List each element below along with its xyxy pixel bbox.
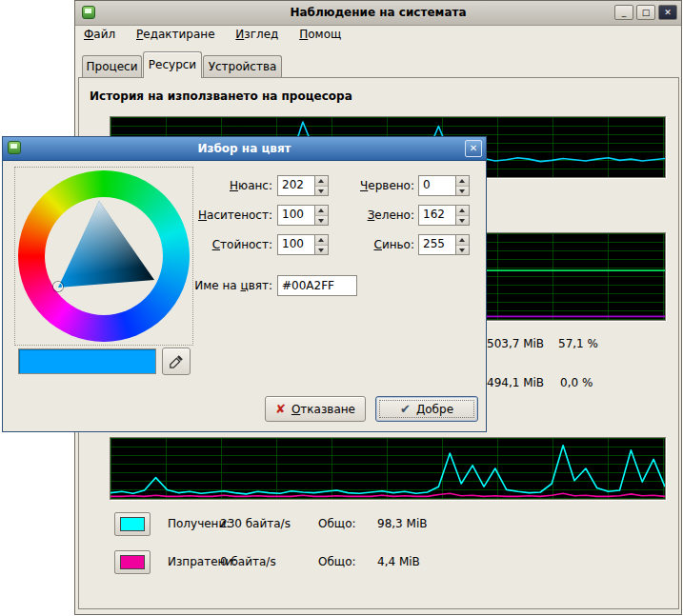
- window-titlebar[interactable]: Наблюдение на системата _ □ ✕: [75, 1, 681, 26]
- red-spinbox[interactable]: 0: [418, 175, 470, 196]
- increment-icon[interactable]: [315, 235, 328, 246]
- window-title: Наблюдение на системата: [75, 1, 681, 25]
- selection-marker: [53, 282, 63, 291]
- blue-value[interactable]: 255: [419, 235, 455, 254]
- sent-total: 4,4 MiB: [377, 555, 420, 568]
- color-wheel: [14, 167, 193, 346]
- decrement-icon[interactable]: [315, 246, 328, 255]
- increment-icon[interactable]: [315, 206, 328, 216]
- eyedropper-icon: [169, 354, 184, 369]
- menu-help[interactable]: Помощ: [291, 25, 350, 44]
- received-color-swatch: [120, 517, 145, 531]
- saturation-spinbox[interactable]: 100: [277, 205, 329, 226]
- sent-color-swatch: [120, 555, 145, 569]
- menu-file[interactable]: Файл: [75, 25, 124, 44]
- dialog-title: Избор на цвят: [3, 137, 486, 160]
- received-rate: 230 байта/s: [220, 517, 291, 530]
- red-steppers: [455, 176, 469, 195]
- value-label: Стойност:: [187, 238, 272, 251]
- value-value[interactable]: 100: [278, 235, 314, 254]
- decrement-icon[interactable]: [315, 187, 328, 196]
- green-steppers: [455, 206, 469, 225]
- minimize-button[interactable]: _: [614, 5, 633, 20]
- maximize-button[interactable]: □: [636, 5, 655, 20]
- saturation-value-triangle[interactable]: [45, 197, 163, 315]
- dialog-close-button[interactable]: ✕: [465, 140, 482, 157]
- saturation-steppers: [314, 206, 328, 225]
- tab-resources[interactable]: Ресурси: [143, 51, 202, 78]
- green-label: Зелено:: [331, 209, 414, 222]
- ok-button[interactable]: ✔ Добре: [375, 396, 478, 422]
- cancel-button[interactable]: ✘ Отказване: [265, 396, 366, 422]
- close-button[interactable]: ✕: [658, 5, 677, 20]
- menu-edit[interactable]: Редактиране: [128, 25, 224, 44]
- swap-used-value: 494,1 MiB: [487, 376, 544, 389]
- cancel-label: Отказване: [291, 403, 355, 416]
- memory-used-value: 503,7 MiB: [487, 337, 544, 350]
- received-total-label: Общо:: [318, 517, 356, 530]
- increment-icon[interactable]: [456, 235, 469, 246]
- memory-used-percent: 57,1 %: [558, 337, 598, 350]
- hue-spinbox[interactable]: 202: [277, 175, 329, 196]
- triangle-white-gradient: [45, 197, 163, 315]
- blue-spinbox[interactable]: 255: [418, 234, 470, 255]
- decrement-icon[interactable]: [456, 187, 469, 196]
- blue-label: Синьо:: [331, 238, 414, 251]
- color-name-label: Име на цвят:: [160, 279, 272, 292]
- menubar: Файл Редактиране Изглед Помощ: [75, 25, 681, 46]
- eyedropper-button[interactable]: [162, 348, 191, 375]
- ok-label: Добре: [416, 403, 453, 416]
- tab-devices[interactable]: Устройства: [203, 55, 282, 77]
- hue-ring[interactable]: [18, 170, 190, 342]
- hue-value[interactable]: 202: [278, 176, 314, 195]
- hue-label: Нюанс:: [187, 179, 272, 192]
- network-chart: [110, 437, 666, 500]
- ok-icon: ✔: [400, 402, 411, 416]
- decrement-icon[interactable]: [315, 216, 328, 226]
- green-spinbox[interactable]: 162: [418, 205, 470, 226]
- decrement-icon[interactable]: [456, 246, 469, 255]
- color-picker-dialog: Избор на цвят ✕ Нюанс: 202 Наситеност: 1…: [2, 136, 487, 432]
- increment-icon[interactable]: [456, 176, 469, 187]
- desktop: Наблюдение на системата _ □ ✕ Файл Редак…: [0, 0, 683, 616]
- color-preview: [18, 348, 156, 374]
- sent-rate: 0 байта/s: [220, 555, 276, 568]
- cancel-icon: ✘: [275, 402, 286, 416]
- value-steppers: [314, 235, 328, 254]
- sent-color-button[interactable]: [114, 550, 151, 574]
- green-value[interactable]: 162: [419, 206, 455, 225]
- blue-steppers: [455, 235, 469, 254]
- increment-icon[interactable]: [315, 176, 328, 187]
- saturation-label: Наситеност:: [187, 209, 272, 222]
- menu-view[interactable]: Изглед: [227, 25, 287, 44]
- value-spinbox[interactable]: 100: [277, 234, 329, 255]
- sent-total-label: Общо:: [318, 555, 356, 568]
- swap-used-percent: 0,0 %: [560, 376, 593, 389]
- received-total: 98,3 MiB: [377, 517, 427, 530]
- saturation-value[interactable]: 100: [278, 206, 314, 225]
- hue-steppers: [314, 176, 328, 195]
- red-label: Червено:: [331, 179, 414, 192]
- tab-processes[interactable]: Процеси: [82, 55, 142, 77]
- red-value[interactable]: 0: [419, 176, 455, 195]
- decrement-icon[interactable]: [456, 216, 469, 226]
- window-controls: _ □ ✕: [614, 5, 677, 20]
- cpu-history-heading: История на използването на процесора: [90, 89, 352, 103]
- increment-icon[interactable]: [456, 206, 469, 216]
- received-color-button[interactable]: [114, 512, 151, 536]
- network-chart-plot: [110, 438, 665, 499]
- color-name-input[interactable]: #00A2FF: [277, 275, 357, 296]
- dialog-titlebar[interactable]: Избор на цвят ✕: [3, 137, 486, 161]
